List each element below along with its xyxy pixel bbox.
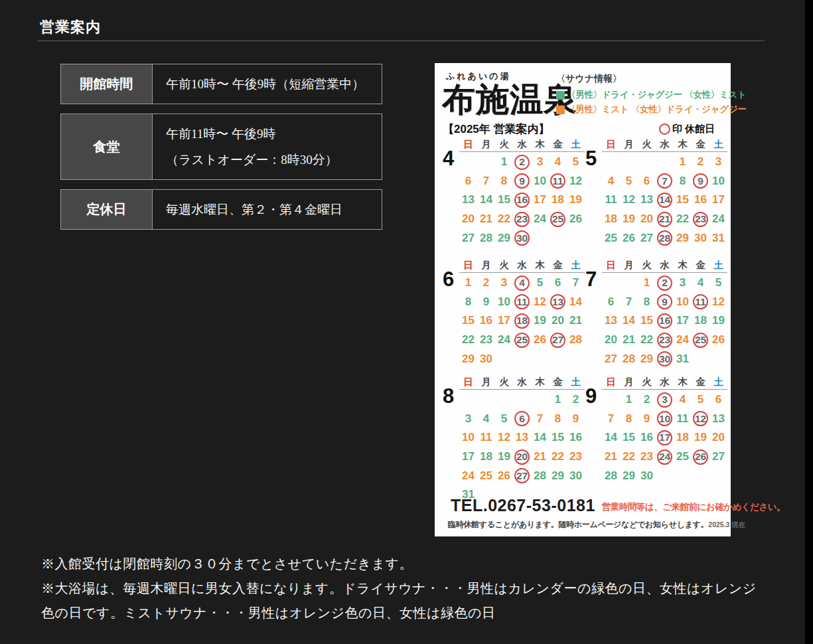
weekday-label: 火 [638, 376, 656, 388]
calendar-day: 6 [513, 410, 531, 429]
weekday-label: 月 [620, 376, 638, 388]
weekday-label: 金 [549, 376, 567, 388]
closed-day-marker: 24 [657, 449, 672, 465]
calendar-day: 4 [549, 153, 567, 172]
closed-day-marker: 25 [693, 333, 708, 348]
weekday-label: 土 [709, 260, 727, 271]
closed-day-marker: 9 [693, 173, 708, 189]
calendar-day: 13 [709, 410, 727, 429]
calendar-day: 24 [459, 466, 477, 485]
weekday-label: 火 [638, 260, 656, 271]
weekday-header: 日月火水木金土 [602, 260, 727, 273]
calendar-day: 22 [459, 331, 477, 350]
month-number: 9 [585, 384, 597, 408]
page-right-edge [805, 0, 813, 644]
sauna-legend: 〈男性〉ドライ・ジャグジー 〈女性〉ミスト〈男性〉ミスト 〈女性〉ドライ・ジャグ… [556, 88, 747, 117]
calendar-day: 24 [709, 210, 727, 229]
calendar-day: 28 [620, 349, 638, 368]
calendar-day: 7 [656, 172, 674, 191]
calendar-day: 25 [549, 210, 567, 229]
calendar-day: 2 [567, 390, 585, 410]
calendar-day: 27 [459, 228, 477, 248]
weekday-label: 金 [549, 260, 567, 271]
calendar-day: 15 [549, 428, 567, 447]
calendar-day: 29 [620, 466, 638, 485]
closed-day-marker: 16 [514, 193, 530, 208]
closed-day-marker: 4 [514, 276, 530, 291]
calendar-day: 1 [495, 153, 513, 172]
calendar-day: 19 [531, 311, 549, 331]
calendar-day: 1 [549, 390, 567, 410]
days-grid: 1234567891011121314151617181920212223242… [459, 390, 584, 505]
weekday-label: 土 [567, 376, 585, 388]
days-grid: 1234567891011121314151617181920212223242… [459, 274, 584, 368]
calendar-day: 5 [495, 410, 513, 429]
calendar-day: 7 [531, 410, 549, 429]
calendar-day: 22 [620, 447, 638, 467]
title-divider [38, 40, 765, 41]
calendar-card: ふれあいの湯 布施温泉 〈サウナ情報〉 〈男性〉ドライ・ジャグジー 〈女性〉ミス… [435, 63, 731, 536]
calendar-day: 31 [709, 228, 727, 248]
weekday-label: 水 [513, 376, 531, 388]
weekday-label: 月 [477, 376, 495, 388]
calendar-day: 17 [709, 191, 727, 210]
calendar-day: 13 [459, 191, 477, 210]
calendar-day: 20 [638, 210, 656, 229]
calendar-day: 2 [477, 274, 495, 293]
calendar-day: 4 [674, 390, 692, 410]
closed-day-marker: 28 [657, 230, 672, 246]
calendar-day: 29 [674, 228, 692, 248]
weekday-label: 土 [567, 260, 585, 271]
calendar-day: 18 [477, 447, 495, 467]
calendar-day: 15 [620, 428, 638, 447]
info-row-value: 午前10時〜 午後9時（短縮営業中） [153, 64, 382, 104]
calendar-day: 6 [709, 390, 727, 410]
month-block: 9日月火水木金土12345678910111213141516171819202… [584, 376, 727, 505]
weekday-label: 木 [531, 139, 549, 150]
phone-number: TEL.0267-53-0181 [451, 496, 595, 515]
weekday-label: 日 [459, 260, 477, 271]
month-number: 4 [443, 147, 454, 171]
empty-day-cell [477, 153, 495, 172]
calendar-day: 29 [495, 228, 513, 248]
calendar-day: 26 [709, 331, 727, 350]
calendar-day: 28 [602, 466, 620, 485]
calendar-day: 11 [692, 293, 709, 312]
calendar-day: 11 [477, 428, 495, 447]
closed-day-marker: 12 [693, 411, 708, 426]
calendar-day: 27 [602, 349, 620, 368]
month-block: 6日月火水木金土12345678910111213141516171819202… [441, 260, 584, 376]
weekday-label: 木 [674, 260, 692, 271]
calendar-day: 24 [656, 447, 674, 467]
calendar-day: 20 [513, 447, 531, 467]
calendar-day: 27 [549, 331, 567, 350]
calendar-day: 12 [495, 428, 513, 447]
calendar-day: 6 [602, 293, 620, 312]
calendar-day: 23 [692, 210, 709, 229]
calendar-day: 1 [620, 390, 638, 410]
calendar-day: 30 [513, 228, 531, 248]
info-row-value: 毎週水曜日、第２・第４金曜日 [153, 190, 382, 229]
weekday-header: 日月火水木金土 [602, 139, 727, 152]
calendar-day: 14 [602, 428, 620, 447]
info-table: 開館時間午前10時〜 午後9時（短縮営業中）食堂午前11時〜 午後9時（ラストオ… [60, 64, 382, 230]
calendar-day: 8 [495, 172, 513, 191]
days-grid: 1234567891011121314151617181920212223242… [459, 153, 584, 248]
calendar-day: 25 [674, 447, 692, 467]
weekday-label: 木 [531, 376, 549, 388]
calendar-day: 7 [477, 172, 495, 191]
closed-day-marker: 3 [657, 392, 672, 408]
empty-day-cell [477, 390, 495, 410]
as-of-date: 2025.3 現在 [708, 521, 745, 530]
closed-day-marker: 20 [514, 449, 530, 465]
closed-day-marker: 6 [514, 411, 530, 426]
calendar-day: 20 [602, 331, 620, 350]
calendar-day: 15 [495, 191, 513, 210]
calendar-day: 25 [692, 331, 709, 350]
calendar-day: 3 [656, 390, 674, 410]
weekday-label: 金 [692, 376, 709, 388]
weekday-label: 火 [495, 376, 513, 388]
empty-day-cell [602, 390, 620, 410]
calendar-day: 30 [692, 228, 709, 248]
calendar-day: 9 [656, 293, 674, 312]
